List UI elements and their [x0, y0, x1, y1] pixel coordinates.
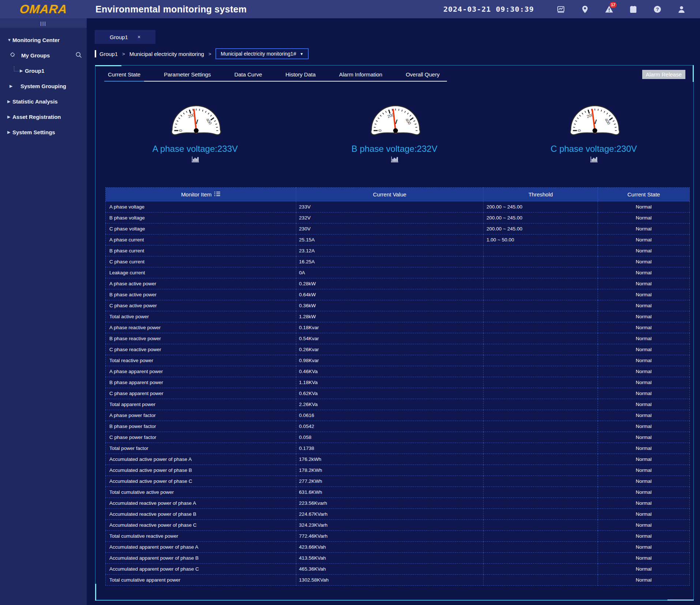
monitor-item-cell: Total apparent power	[106, 399, 296, 410]
current-state-cell: Normal	[598, 388, 690, 399]
current-value-cell: 0.36kW	[296, 300, 483, 311]
current-value-cell: 324.23KVarh	[296, 520, 483, 531]
current-value-cell: 16.25A	[296, 256, 483, 267]
monitor-item-cell: C phase active power	[106, 300, 296, 311]
breadcrumb-item-group1[interactable]: Group1	[99, 51, 118, 57]
bar-chart-icon[interactable]	[391, 156, 398, 164]
current-value-cell: 23.12A	[296, 245, 483, 256]
tab-current-state[interactable]: Current State	[104, 70, 144, 81]
table-row: A phase voltage233V200.00 ~ 245.00Normal	[106, 202, 690, 213]
current-value-cell: 223.56Kvarh	[296, 498, 483, 509]
alarm-warning-icon[interactable]: 17	[597, 5, 621, 14]
close-icon[interactable]: ×	[138, 34, 140, 40]
column-header-current-state: Current State	[598, 188, 690, 202]
tab-overall-query[interactable]: Overall Query	[402, 70, 443, 81]
table-row: Total cumulative active power631.6KWhNor…	[106, 487, 690, 498]
column-header-current-value: Current Value	[296, 188, 483, 202]
user-icon[interactable]	[669, 5, 693, 14]
sidebar-item-asset-registration[interactable]: ▶ Asset Registration	[0, 109, 87, 124]
table-row: Total active power1.28kWNormal	[106, 311, 690, 322]
svg-text:0: 0	[178, 129, 182, 132]
threshold-cell	[483, 399, 598, 410]
current-value-cell: 178.2KWh	[296, 465, 483, 476]
svg-text:0: 0	[577, 129, 581, 132]
sidebar-item-system-grouping[interactable]: ▶ System Grouping	[0, 78, 87, 94]
monitor-item-cell: Total power factor	[106, 443, 296, 454]
monitor-item-cell: Accumulated active power of phase C	[106, 476, 296, 487]
collapse-grip-icon: |||	[40, 20, 46, 26]
table-row: Leakage current0ANormal	[106, 267, 690, 278]
monitor-item-cell: C phase voltage	[106, 223, 296, 234]
current-state-cell: Normal	[598, 520, 690, 531]
bar-chart-icon[interactable]	[192, 156, 199, 164]
current-state-cell: Normal	[598, 399, 690, 410]
threshold-cell	[483, 300, 598, 311]
current-state-cell: Normal	[598, 256, 690, 267]
alarm-release-button[interactable]: Alarm Release	[642, 70, 685, 79]
threshold-cell	[483, 366, 598, 377]
threshold-cell: 200.00 ~ 245.00	[483, 202, 598, 213]
threshold-cell	[483, 278, 598, 289]
device-selector-label: Municipal electricity monitoring1#	[221, 51, 296, 57]
gauge-block-1: 0200400VB phase voltage:232V	[295, 95, 494, 164]
sidebar-item-my-groups[interactable]: My Groups	[0, 48, 87, 63]
threshold-cell	[483, 531, 598, 542]
monitor-item-cell: C phase power factor	[106, 432, 296, 443]
sidebar-item-system-settings[interactable]: ▶ System Settings	[0, 124, 87, 140]
doc-tab-label: Group1	[110, 34, 128, 40]
header-actions: 2024-03-21 09:30:39 17 ?	[443, 5, 700, 14]
location-pin-icon[interactable]	[573, 5, 597, 14]
threshold-cell	[483, 465, 598, 476]
tab-parameter-settings[interactable]: Parameter Settings	[160, 70, 214, 81]
monitor-item-cell: Accumulated apparent power of phase C	[106, 564, 296, 575]
voltage-gauge-0: 0200400V	[162, 95, 228, 139]
monitor-item-cell: C phase apparent power	[106, 388, 296, 399]
current-value-cell: 25.15A	[296, 234, 483, 245]
help-icon[interactable]: ?	[645, 5, 669, 14]
table-row: C phase active power0.36kWNormal	[106, 300, 690, 311]
table-row: Accumulated apparent power of phase B413…	[106, 553, 690, 564]
current-state-cell: Normal	[598, 410, 690, 421]
screen-chart-icon[interactable]	[549, 5, 573, 14]
doc-tab-group1[interactable]: Group1 ×	[95, 30, 155, 44]
my-groups-icon	[10, 52, 16, 59]
device-selector-dropdown[interactable]: Municipal electricity monitoring1# ▼	[215, 48, 308, 59]
tab-alarm-information[interactable]: Alarm Information	[335, 70, 386, 81]
current-value-cell: 423.66KVah	[296, 542, 483, 553]
threshold-cell	[483, 432, 598, 443]
table-row: Accumulated reactive power of phase B224…	[106, 509, 690, 520]
current-value-cell: 0.64kW	[296, 289, 483, 300]
current-value-cell: 0.18Kvar	[296, 322, 483, 333]
current-value-cell: 232V	[296, 213, 483, 223]
sidebar-collapse-handle[interactable]: |||	[0, 18, 87, 28]
sidebar-item-group1[interactable]: ▶ Group1	[0, 63, 87, 78]
threshold-cell	[483, 509, 598, 520]
sidebar-item-statistic-analysis[interactable]: ▶ Statistic Analysis	[0, 94, 87, 109]
sidebar-item-monitoring-center[interactable]: ▼ Monitoring Center	[0, 32, 87, 48]
bar-chart-icon[interactable]	[590, 156, 598, 164]
breadcrumb-separator: >	[122, 51, 125, 57]
gauge-block-0: 0200400VA phase voltage:233V	[95, 95, 295, 164]
monitor-item-list-icon[interactable]	[214, 191, 220, 198]
schedule-icon[interactable]	[621, 5, 645, 14]
table-row: A phase active power0.28kWNormal	[106, 278, 690, 289]
chevron-right-icon: ▶	[10, 84, 15, 89]
gauge-title: B phase voltage:232V	[351, 144, 437, 154]
monitor-item-cell: A phase current	[106, 234, 296, 245]
current-state-cell: Normal	[598, 454, 690, 465]
monitor-item-cell: Total reactive power	[106, 355, 296, 366]
current-state-cell: Normal	[598, 542, 690, 553]
monitor-item-cell: A phase apparent power	[106, 366, 296, 377]
current-value-cell: 0.26Kvar	[296, 344, 483, 355]
breadcrumb-item-municipal[interactable]: Municipal electricity monitoring	[129, 51, 204, 57]
current-state-cell: Normal	[598, 421, 690, 432]
table-row: Accumulated active power of phase B178.2…	[106, 465, 690, 476]
tab-history-data[interactable]: History Data	[282, 70, 320, 81]
search-icon[interactable]	[75, 51, 82, 60]
chevron-right-icon: ▶	[7, 99, 12, 104]
monitor-item-cell: C phase reactive power	[106, 344, 296, 355]
tree-elbow-line	[14, 66, 19, 71]
sidebar-item-label: System Grouping	[20, 83, 66, 89]
tab-data-curve[interactable]: Data Curve	[231, 70, 266, 81]
current-state-cell: Normal	[598, 202, 690, 213]
